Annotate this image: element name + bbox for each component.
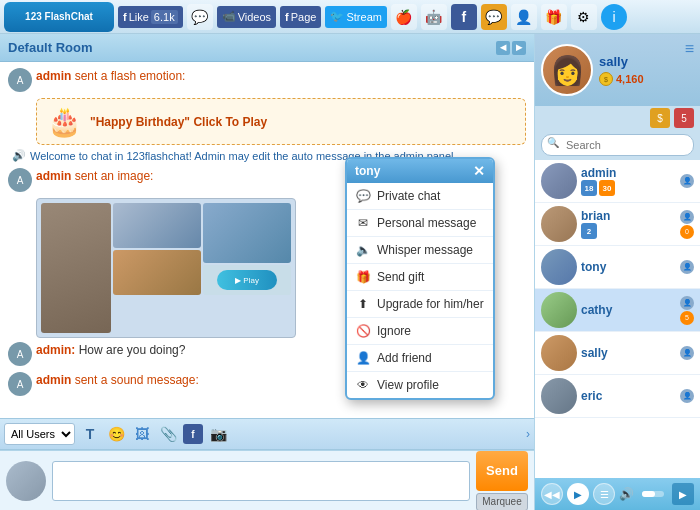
volume-bar[interactable] (642, 491, 664, 497)
room-title: Default Room (8, 40, 93, 55)
whisper-label: Whisper message (377, 243, 473, 257)
popup-private-chat[interactable]: 💬 Private chat (347, 183, 493, 210)
user-item-brian[interactable]: brian 2 👤 0 (535, 203, 700, 246)
android-icon-btn[interactable]: 🤖 (421, 4, 447, 30)
user-icon-cathy2: 5 (680, 311, 694, 325)
user-cathy-right: 👤 5 (680, 296, 694, 325)
admin-avatar-2: A (8, 168, 32, 192)
add-friend-label: Add friend (377, 351, 432, 365)
user-admin-info: admin 18 30 (581, 166, 676, 196)
personal-message-icon: ✉ (355, 215, 371, 231)
admin-avatar-1: A (8, 68, 32, 92)
popup-ignore[interactable]: 🚫 Ignore (347, 318, 493, 345)
popup-personal-message[interactable]: ✉ Personal message (347, 210, 493, 237)
videos-button[interactable]: 📹 Videos (217, 6, 276, 28)
popup-send-gift[interactable]: 🎁 Send gift (347, 264, 493, 291)
page-button[interactable]: f Page (280, 6, 321, 28)
play-btn-media[interactable]: ▶ (567, 483, 589, 505)
search-input[interactable] (541, 134, 694, 156)
sidebar-icons: $ 5 (535, 106, 700, 130)
image-preview: ▶ Play (36, 198, 296, 338)
chat-input[interactable] (52, 461, 470, 501)
user-sally-right: 👤 (680, 346, 694, 360)
volume-fill (642, 491, 655, 497)
user-item-eric[interactable]: eric 👤 (535, 375, 700, 418)
popup-close-button[interactable]: ✕ (473, 163, 485, 179)
user-tony-right: 👤 (680, 260, 694, 274)
user-badges-admin: 18 30 (581, 180, 676, 196)
user-avatar-cathy (541, 292, 577, 328)
user-item-admin[interactable]: admin 18 30 👤 (535, 160, 700, 203)
fb-icon-btn[interactable]: f (451, 4, 477, 30)
share-icon[interactable]: f (183, 424, 203, 444)
popup-title: tony ✕ (347, 159, 493, 183)
img-2 (113, 203, 201, 248)
volume-icon: 🔊 (619, 487, 634, 501)
attachment-icon[interactable]: 📎 (157, 423, 179, 445)
user-avatar-eric (541, 378, 577, 414)
like-count: 6.1k (151, 10, 178, 24)
user-avatar-sally (541, 335, 577, 371)
img-1 (41, 203, 111, 333)
user-avatar-tony (541, 249, 577, 285)
chat-icon-btn2[interactable]: 💬 (481, 4, 507, 30)
user-brian-right: 👤 0 (680, 210, 694, 239)
ignore-icon: 🚫 (355, 323, 371, 339)
admin-avatar-3: A (8, 342, 32, 366)
send-button[interactable]: Send (476, 451, 528, 491)
img-4 (203, 203, 291, 263)
user-name-sally: sally (581, 346, 676, 360)
stream-button[interactable]: 🐦 Stream (325, 6, 386, 28)
prev-btn[interactable]: ◀◀ (541, 483, 563, 505)
chat-icon-btn[interactable]: 💬 (187, 4, 213, 30)
user-icon-brian: 👤 (680, 210, 694, 224)
gift-icon-btn[interactable]: 🎁 (541, 4, 567, 30)
send-marquee-col: Send Marquee (476, 451, 528, 511)
apple-icon-btn[interactable]: 🍎 (391, 4, 417, 30)
badge-2: 2 (581, 223, 597, 239)
user-tony-info: tony (581, 260, 676, 274)
users-select[interactable]: All Users (4, 423, 75, 445)
page-label: Page (291, 11, 317, 23)
marquee-button[interactable]: Marquee (476, 493, 528, 511)
arrow-left[interactable]: ◀ (496, 41, 510, 55)
chat-header: Default Room ◀ ▶ (0, 34, 534, 62)
user-name-cathy: cathy (581, 303, 676, 317)
birthday-box[interactable]: 🎂 "Happy Birthday" Click To Play (36, 98, 526, 145)
arrow-right[interactable]: ▶ (512, 41, 526, 55)
expand-button[interactable]: ▶ (672, 483, 694, 505)
sidebar-points: $ 4,160 (599, 72, 679, 86)
bold-icon[interactable]: T (79, 423, 101, 445)
playlist-icon[interactable]: ☰ (593, 483, 615, 505)
popup-upgrade[interactable]: ⬆ Upgrade for him/her (347, 291, 493, 318)
toolbar-right-arrow[interactable]: › (526, 427, 530, 441)
user-icon-eric: 👤 (680, 389, 694, 403)
info-icon-btn[interactable]: i (601, 4, 627, 30)
user-icon-btn[interactable]: 👤 (511, 4, 537, 30)
camera-icon[interactable]: 📷 (207, 423, 229, 445)
dollar-icon-btn[interactable]: $ (650, 108, 670, 128)
play-btn[interactable]: ▶ Play (217, 270, 277, 290)
popup-menu: tony ✕ 💬 Private chat ✉ Personal message… (345, 157, 495, 400)
user-item-sally[interactable]: sally 👤 (535, 332, 700, 375)
user-name-eric: eric (581, 389, 676, 403)
header-arrows: ◀ ▶ (496, 41, 526, 55)
like-button[interactable]: f Like 6.1k (118, 6, 183, 28)
popup-add-friend[interactable]: 👤 Add friend (347, 345, 493, 372)
sidebar-username: sally (599, 54, 679, 69)
user-item-cathy[interactable]: cathy 👤 5 (535, 289, 700, 332)
gift-icon: 🎁 (355, 269, 371, 285)
sidebar-menu-icon[interactable]: ≡ (685, 40, 694, 58)
emoji-icon[interactable]: 😊 (105, 423, 127, 445)
gift-sidebar-btn[interactable]: 5 (674, 108, 694, 128)
user-eric-info: eric (581, 389, 676, 403)
logo-text: 123 FlashChat (25, 11, 93, 22)
popup-whisper[interactable]: 🔈 Whisper message (347, 237, 493, 264)
user-item-tony[interactable]: tony 👤 (535, 246, 700, 289)
msg-text-plain: admin: How are you doing? (36, 343, 185, 357)
chat-toolbar: All Users T 😊 🖼 📎 f 📷 › (0, 418, 534, 450)
image-icon[interactable]: 🖼 (131, 423, 153, 445)
popup-username: tony (355, 164, 380, 178)
settings-icon-btn[interactable]: ⚙ (571, 4, 597, 30)
popup-view-profile[interactable]: 👁 View profile (347, 372, 493, 398)
